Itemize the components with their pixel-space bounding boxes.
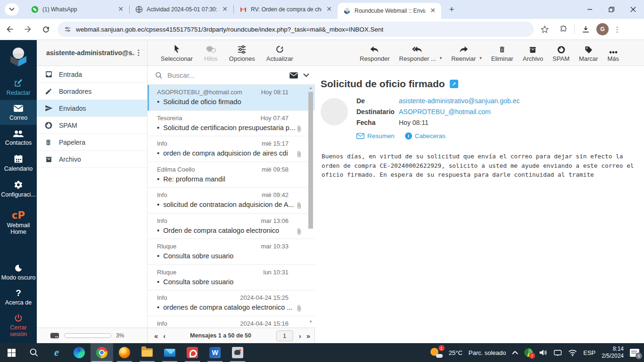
extensions-icon[interactable] [555,21,571,37]
rail-mail-button[interactable]: Correo [0,100,37,125]
folder-entrada[interactable]: Entrada [37,66,147,83]
language-indicator[interactable]: ESP [583,349,595,356]
folder-options-kebab-icon[interactable]: ⋮ [135,49,142,56]
reply-button[interactable]: Responder [360,43,390,62]
scroll-down-icon[interactable]: ▼ [308,320,314,324]
mark-button[interactable]: Marcar [579,43,598,62]
summary-link[interactable]: Resumen [356,132,395,140]
volume-icon[interactable] [539,349,547,356]
message-row[interactable]: ASOPROTEBU_@hotmail.comHoy 08:11 •Solici… [148,85,315,111]
window-close-button[interactable] [622,0,644,19]
archive-button[interactable]: Archivo [523,43,543,62]
back-button[interactable] [2,21,18,37]
forward-menu-caret-icon[interactable]: ▾ [479,56,482,60]
weather-condition-text[interactable]: Parc. soleado [469,349,506,356]
wifi-icon[interactable] [568,349,577,356]
last-page-button[interactable]: » [306,332,310,340]
taskbar-ie-button[interactable]: e [45,343,68,362]
rail-compose-button[interactable]: Redactar [0,74,37,100]
forward-button[interactable] [20,21,36,37]
rail-settings-button[interactable]: Configuraci... [0,176,37,202]
forward-button[interactable]: Reenviar [451,43,476,62]
page-number-input[interactable] [276,330,293,341]
start-button[interactable] [0,343,23,362]
taskbar-acrobat-button[interactable] [181,343,204,362]
message-row[interactable]: Rluquelun 10:31 •Consulta sobre usuario [148,265,315,291]
tab-gmail-message[interactable]: RV: Orden de compra de chom ✕ [234,0,338,19]
cast-monitor-icon[interactable] [553,349,562,356]
window-restore-button[interactable] [601,0,622,19]
taskbar-edge-button[interactable] [68,343,91,362]
message-row[interactable]: Info2024-04-24 15:16 [148,316,315,328]
site-info-icon[interactable] [64,26,71,33]
tab-close-icon[interactable]: ✕ [221,6,229,13]
first-page-button[interactable]: « [154,332,157,340]
delete-button[interactable]: Eliminar [491,43,513,62]
taskbar-search-button[interactable] [23,343,45,362]
message-row[interactable]: Infomié 09:42 •solicitud de contratacion… [148,188,315,214]
rail-contacts-button[interactable]: Contactos [0,125,37,150]
scroll-up-icon[interactable]: ▲ [308,86,314,90]
notification-center-icon[interactable]: 6 [630,349,639,357]
spam-button[interactable]: SPAM [553,43,570,62]
tab-close-icon[interactable]: ✕ [325,6,333,13]
download-icon[interactable] [578,21,594,37]
new-tab-button[interactable]: + [445,3,458,16]
next-page-button[interactable]: › [299,332,301,340]
reply-all-button[interactable]: Responder ... [399,43,436,62]
antivirus-icon[interactable]: ! [524,348,533,357]
tab-close-icon[interactable]: ✕ [429,7,437,15]
prev-page-button[interactable]: ‹ [163,332,165,340]
message-row[interactable]: Infomié 15:17 •orden de compra adquisici… [148,136,315,162]
taskbar-mail-button[interactable] [158,343,181,362]
message-row[interactable]: TesoreriaHoy 07:47 •Solicitud de certifi… [148,111,315,137]
taskbar-clock[interactable]: 8:14 2/5/2024 [602,346,624,360]
more-button[interactable]: Más [607,43,619,62]
search-input[interactable] [167,71,284,79]
tab-search-button[interactable] [5,3,19,16]
reply-all-menu-caret-icon[interactable]: ▾ [440,56,442,60]
list-scrollbar[interactable]: ▲ ▼ [308,86,314,326]
message-row[interactable]: Info2024-04-24 15:25 •ordenes de compra … [148,290,315,316]
browser-menu-kebab-icon[interactable]: ⋮ [611,21,623,37]
url-bar[interactable]: webmail.sanjuan.gob.ec/cpsess4155175751/… [58,22,534,37]
refresh-button[interactable] [38,21,54,37]
tab-roundcube-active[interactable]: Roundcube Webmail :: Enviados ✕ [338,3,441,19]
taskbar-word-button[interactable]: W [204,343,226,362]
folder-borradores[interactable]: Borradores [37,83,147,100]
message-row[interactable]: Edilma Coellomié 09:58 •Re: proforma man… [148,162,315,188]
message-row[interactable]: Infomar 13:06 •Orden de compra catalogo … [148,214,315,239]
to-address-link[interactable]: ASOPROTEBU_@hotmail.com [399,108,491,115]
taskbar-chrome-button[interactable] [91,343,113,362]
tray-chevron-up-icon[interactable] [512,351,518,354]
options-button[interactable]: Opciones [229,43,255,62]
weather-icon[interactable]: 1 [430,347,443,358]
tab-actividad[interactable]: Actividad 2024-05-01 07:30:00 ✕ [130,0,233,19]
profile-avatar[interactable]: G [596,23,609,35]
rail-dark-mode-button[interactable]: Modo oscuro [0,260,37,285]
scrollbar-thumb[interactable] [308,92,313,229]
folder-enviados[interactable]: Enviados [37,100,147,117]
rail-calendar-button[interactable]: Calendario [0,150,37,176]
tab-close-icon[interactable]: ✕ [117,6,124,13]
url-text[interactable]: webmail.sanjuan.gob.ec/cpsess4155175751/… [76,26,383,33]
folder-spam[interactable]: SPAM [37,117,147,134]
open-in-new-window-icon[interactable]: ➚ [450,80,458,88]
tab-whatsapp[interactable]: (1) WhatsApp ✕ [25,0,129,19]
folder-archivo[interactable]: Archivo [37,151,147,168]
folder-papelera[interactable]: Papelera [37,134,147,151]
rail-about-button[interactable]: ? Acerca de [0,285,37,310]
rail-logout-button[interactable]: Cerrar sesión [0,310,37,343]
bookmark-star-icon[interactable] [537,21,553,37]
temperature-text[interactable]: 25°C [449,349,462,356]
from-address-link[interactable]: asistente-administrativo@sanjuan.gob.ec [399,97,520,105]
window-minimize-button[interactable] [579,0,601,19]
rail-webmail-home-button[interactable]: cP Webmail Home [0,206,37,239]
refresh-list-button[interactable]: Actualizar [266,43,293,62]
search-options-chevron-icon[interactable] [303,73,309,77]
select-button[interactable]: Seleccionar [161,43,193,62]
search-scope-mail-icon[interactable] [289,72,298,79]
headers-link[interactable]: i Cabeceras [405,132,446,140]
taskbar-firefox-button[interactable] [113,343,136,362]
taskbar-app-button[interactable] [226,343,249,362]
